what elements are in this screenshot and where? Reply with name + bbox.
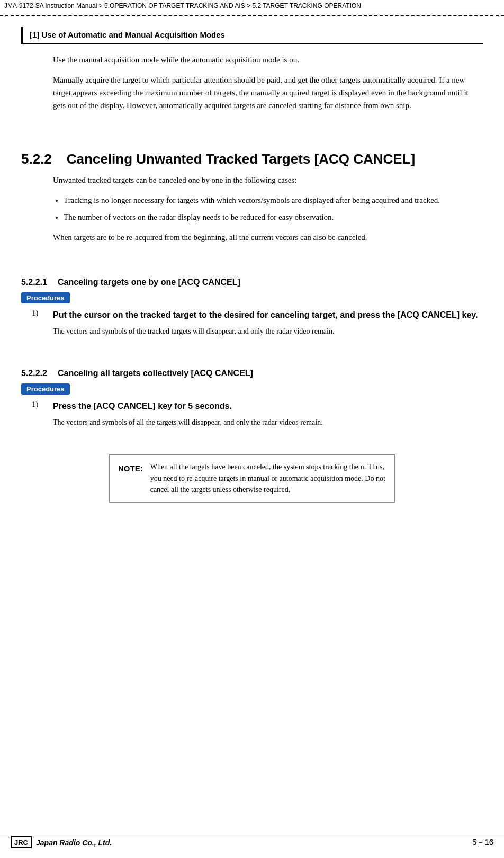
step-5221-1-text: Put the cursor on the tracked target to … [53,309,483,321]
company-name: Japan Radio Co., Ltd. [36,838,112,847]
section5221-heading: 5.2.2.1Canceling targets one by one [ACQ… [21,278,483,287]
breadcrumb: JMA-9172-SA Instruction Manual > 5.OPERA… [0,0,504,12]
section522-closing: When targets are to be re-acquired from … [53,231,483,244]
section522-intro: Unwanted tracked targets can be canceled… [53,174,483,186]
procedures-badge-1: Procedures [21,292,70,303]
step-5221-1-num: 1) [32,309,53,318]
page-number: 5－16 [472,837,493,847]
section1-para2: Manually acquire the target to which par… [53,74,483,112]
section522-num: 5.2.2 [21,151,52,167]
jrc-label: JRC [11,836,32,848]
section5221-num: 5.2.2.1 [21,278,47,287]
bullet-item-1: Tracking is no longer necessary for targ… [64,194,483,207]
section522-bullets: Tracking is no longer necessary for targ… [64,194,483,224]
note-text: When all the targets have been canceled,… [150,461,386,496]
step-5222-1: 1) Press the [ACQ CANCEL] key for 5 seco… [21,400,483,413]
section5222-heading: 5.2.2.2Canceling all targets collectivel… [21,369,483,378]
section5222-num: 5.2.2.2 [21,369,47,378]
section1-title: [1] Use of Automatic and Manual Acquisit… [30,30,225,39]
step-5222-1-desc: The vectors and symbols of all the targe… [53,417,483,428]
bullet-item-2: The number of vectors on the radar displ… [64,211,483,224]
section522-heading: 5.2.2Canceling Unwanted Tracked Targets … [21,151,483,167]
section5222-title: Canceling all targets collectively [ACQ … [58,369,253,378]
step-5222-1-text: Press the [ACQ CANCEL] key for 5 seconds… [53,400,483,413]
footer-logo: JRC Japan Radio Co., Ltd. [11,836,112,848]
step-5221-1-desc: The vectors and symbols of the tracked t… [53,326,483,337]
section5221-title: Canceling targets one by one [ACQ CANCEL… [58,278,240,287]
step-5221-1: 1) Put the cursor on the tracked target … [21,309,483,321]
section1-header: [1] Use of Automatic and Manual Acquisit… [21,27,483,44]
section522-title: Canceling Unwanted Tracked Targets [ACQ … [67,151,415,167]
note-label: NOTE: [118,462,143,475]
procedures-badge-2: Procedures [21,383,70,395]
footer: JRC Japan Radio Co., Ltd. 5－16 [0,836,504,848]
section1-para1: Use the manual acquisition mode while th… [53,53,483,66]
step-5222-1-num: 1) [32,400,53,409]
note-box: NOTE: When all the targets have been can… [109,454,395,503]
